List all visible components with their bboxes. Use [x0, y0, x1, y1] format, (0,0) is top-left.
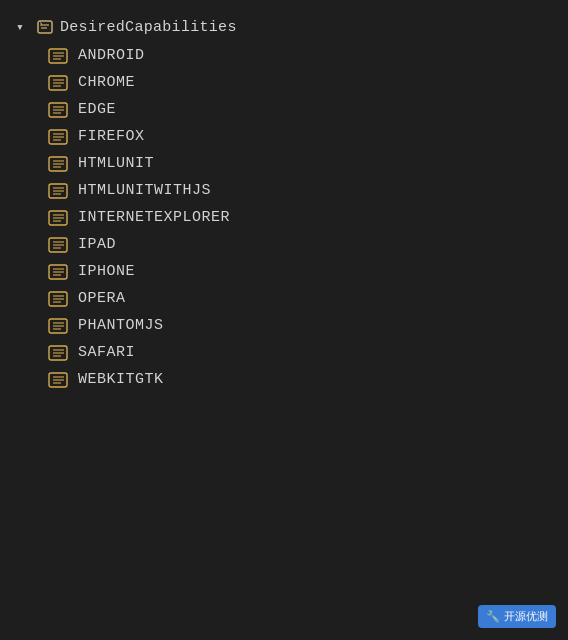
enum-label: CHROME — [78, 74, 135, 91]
list-item[interactable]: OPERA — [48, 285, 568, 312]
watermark-label: 开源优测 — [504, 609, 548, 624]
enum-label: PHANTOMJS — [78, 317, 164, 334]
enum-icon — [48, 102, 68, 118]
watermark-icon: 🔧 — [486, 610, 500, 623]
enum-label: HTMLUNITWITHJS — [78, 182, 211, 199]
enum-icon — [48, 291, 68, 307]
chevron-down-icon: ▾ — [16, 19, 30, 35]
enum-icon — [48, 345, 68, 361]
list-item[interactable]: FIREFOX — [48, 123, 568, 150]
enum-label: SAFARI — [78, 344, 135, 361]
enum-label: EDGE — [78, 101, 116, 118]
enum-icon — [48, 237, 68, 253]
enum-icon — [48, 48, 68, 64]
list-item[interactable]: ANDROID — [48, 42, 568, 69]
enum-label: INTERNETEXPLORER — [78, 209, 230, 226]
enum-icon — [48, 183, 68, 199]
list-item[interactable]: EDGE — [48, 96, 568, 123]
enum-label: IPAD — [78, 236, 116, 253]
enum-label: ANDROID — [78, 47, 145, 64]
enum-icon — [48, 156, 68, 172]
root-item[interactable]: ▾ DesiredCapabilities — [0, 12, 568, 42]
enum-label: OPERA — [78, 290, 126, 307]
enum-label: IPHONE — [78, 263, 135, 280]
list-item[interactable]: IPAD — [48, 231, 568, 258]
enum-list: ANDROID CHROME — [0, 42, 568, 393]
enum-icon — [48, 318, 68, 334]
list-item[interactable]: INTERNETEXPLORER — [48, 204, 568, 231]
list-item[interactable]: HTMLUNIT — [48, 150, 568, 177]
list-item[interactable]: IPHONE — [48, 258, 568, 285]
root-label: DesiredCapabilities — [60, 19, 237, 36]
enum-label: FIREFOX — [78, 128, 145, 145]
list-item[interactable]: PHANTOMJS — [48, 312, 568, 339]
enum-icon — [48, 129, 68, 145]
enum-icon — [48, 75, 68, 91]
list-item[interactable]: WEBKITGTK — [48, 366, 568, 393]
enum-icon — [48, 210, 68, 226]
list-item[interactable]: HTMLUNITWITHJS — [48, 177, 568, 204]
enum-label: HTMLUNIT — [78, 155, 154, 172]
enum-label: WEBKITGTK — [78, 371, 164, 388]
enum-icon — [48, 372, 68, 388]
tree-container: ▾ DesiredCapabilities — [0, 0, 568, 405]
watermark-badge: 🔧 开源优测 — [478, 605, 556, 628]
list-item[interactable]: CHROME — [48, 69, 568, 96]
list-item[interactable]: SAFARI — [48, 339, 568, 366]
enum-icon — [48, 264, 68, 280]
class-icon — [36, 18, 54, 36]
